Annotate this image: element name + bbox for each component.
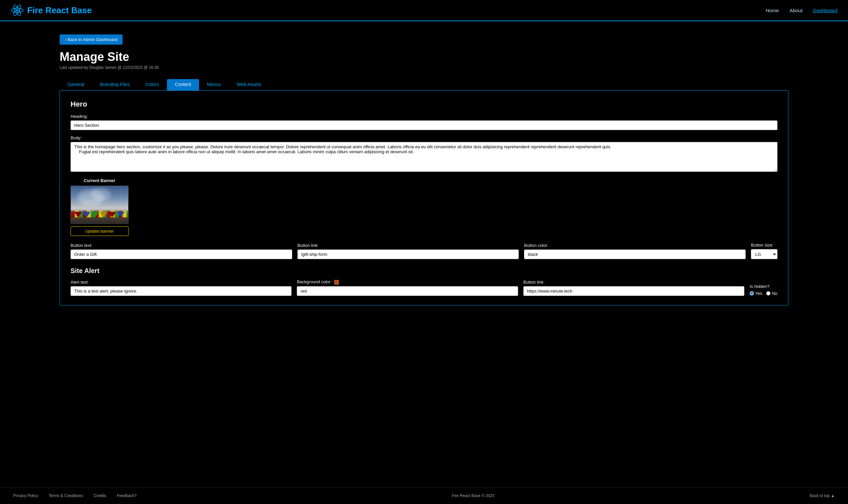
button-color-field: Button color: — [524, 243, 746, 259]
is-hidden-radio-group: Yes No — [750, 291, 777, 296]
svg-marker-9 — [108, 212, 116, 217]
is-hidden-yes-radio[interactable] — [750, 291, 754, 295]
is-hidden-label: Is hidden? — [750, 284, 777, 289]
banner-section: Current Banner Up — [71, 178, 777, 236]
footer-credits[interactable]: Credits — [94, 493, 106, 498]
hero-button-fields: Button text: Button link: Button color: … — [71, 242, 777, 259]
tab-menus[interactable]: Menus — [199, 79, 229, 90]
update-banner-button[interactable]: Update banner — [71, 226, 128, 236]
button-size-select[interactable]: SM MD LG XL — [751, 249, 777, 259]
alert-text-field: Alert text: — [71, 280, 292, 296]
hero-heading-label: Heading: — [71, 114, 777, 119]
main-content: ‹ Back to Admin Dashboard Manage Site La… — [0, 21, 848, 487]
footer-terms-conditions[interactable]: Terms & Conditions — [49, 493, 83, 498]
tab-general[interactable]: General — [59, 79, 92, 90]
button-link-label: Button link: — [297, 243, 519, 248]
tab-branding[interactable]: Branding Files — [92, 79, 138, 90]
page-subtitle: Last updated by Douglas James @ 12/22/20… — [59, 65, 789, 70]
bg-color-field: Background color: — [297, 279, 518, 296]
react-logo-icon — [11, 4, 24, 17]
alert-text-input[interactable] — [71, 286, 292, 296]
bg-color-label: Background color: — [297, 279, 518, 285]
button-color-input[interactable] — [524, 250, 746, 259]
footer-privacy-policy[interactable]: Privacy Policy — [13, 493, 38, 498]
footer-copyright: Fire React Base © 2023 — [452, 493, 494, 498]
hero-section-title: Hero — [71, 100, 777, 109]
footer: Privacy Policy Terms & Conditions Credit… — [0, 487, 848, 504]
is-hidden-no-label[interactable]: No — [766, 291, 777, 296]
alert-button-link-field: Button link: — [523, 280, 744, 296]
brand-name: Fire React Base — [27, 5, 92, 16]
footer-links: Privacy Policy Terms & Conditions Credit… — [13, 493, 137, 498]
hero-body-field: Body: This is the homepage hero section,… — [71, 136, 777, 173]
nav-links: Home About Dashboard — [765, 7, 837, 13]
button-link-input[interactable] — [297, 250, 519, 259]
tab-content[interactable]: Content — [167, 79, 199, 90]
footer-feedback[interactable]: Feedback? — [117, 493, 137, 498]
hero-body-textarea[interactable]: This is the homepage hero section, custo… — [71, 142, 777, 172]
bg-color-input[interactable] — [297, 286, 518, 296]
button-text-field: Button text: — [71, 243, 292, 259]
is-hidden-no-radio[interactable] — [766, 291, 771, 295]
alert-button-link-input[interactable] — [523, 286, 744, 296]
bg-color-swatch — [334, 280, 339, 285]
is-hidden-yes-label[interactable]: Yes — [750, 291, 762, 296]
navbar: Fire React Base Home About Dashboard — [0, 0, 848, 21]
button-size-field: Button size: SM MD LG XL — [751, 242, 777, 259]
hero-heading-field: Heading: — [71, 114, 777, 130]
brand-link[interactable]: Fire React Base — [11, 4, 92, 17]
site-alert-fields: Alert text: Background color: Button lin… — [71, 279, 777, 296]
button-text-label: Button text: — [71, 243, 292, 248]
page-title: Manage Site — [59, 50, 789, 64]
svg-marker-7 — [91, 212, 99, 217]
svg-marker-6 — [83, 212, 91, 217]
hero-heading-input[interactable] — [71, 121, 777, 130]
svg-marker-10 — [117, 212, 124, 217]
back-button[interactable]: ‹ Back to Admin Dashboard — [59, 34, 123, 45]
content-panel: Hero Heading: Body: This is the homepage… — [59, 90, 789, 305]
banner-image — [71, 186, 128, 224]
site-alert-title: Site Alert — [71, 267, 777, 275]
svg-marker-8 — [100, 212, 108, 217]
banner-label: Current Banner — [71, 178, 128, 183]
hero-body-label: Body: — [71, 136, 777, 140]
alert-text-label: Alert text: — [71, 280, 292, 285]
tabs-bar: General Branding Files Colors Content Me… — [59, 79, 789, 90]
svg-marker-5 — [74, 212, 82, 217]
nav-home[interactable]: Home — [765, 7, 779, 13]
button-text-input[interactable] — [71, 250, 292, 259]
button-size-label: Button size: — [751, 242, 777, 248]
tab-web-assets[interactable]: Web Assets — [229, 79, 269, 90]
svg-point-0 — [16, 9, 19, 12]
back-to-top[interactable]: Back to top ▲ — [810, 493, 835, 498]
is-hidden-field: Is hidden? Yes No — [750, 284, 777, 296]
button-color-label: Button color: — [524, 243, 746, 248]
nav-about[interactable]: About — [789, 7, 802, 13]
alert-button-link-label: Button link: — [523, 280, 744, 285]
tab-colors[interactable]: Colors — [137, 79, 167, 90]
nav-dashboard[interactable]: Dashboard — [813, 7, 837, 13]
button-link-field: Button link: — [297, 243, 519, 259]
